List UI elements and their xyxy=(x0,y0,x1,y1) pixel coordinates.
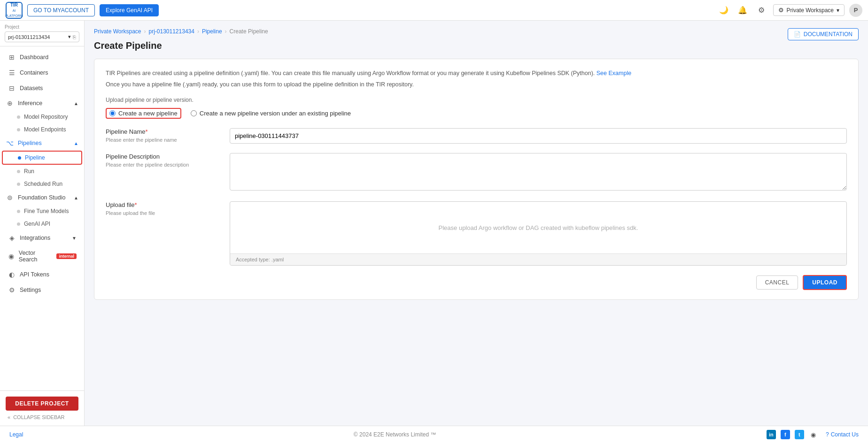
internal-badge: internal xyxy=(56,253,77,259)
pipeline-dot xyxy=(18,156,21,160)
radio-create-new-label[interactable]: Create a new pipeline xyxy=(106,108,181,119)
page-footer: Legal © 2024 E2E Networks Limited ™ in f… xyxy=(0,426,868,443)
cancel-button[interactable]: CANCEL xyxy=(756,275,798,290)
workspace-chevron-icon: ▾ xyxy=(837,7,839,14)
upload-accepted-text: Accepted type: .yaml xyxy=(230,253,846,265)
sidebar-item-fine-tune-models[interactable]: Fine Tune Models xyxy=(2,205,82,217)
logo: TIRAI PLATFORM xyxy=(6,2,23,19)
pipeline-name-label-area: Pipeline Name* Please enter the pipeline… xyxy=(106,128,218,143)
collapse-sidebar-button[interactable]: « COLLAPSE SIDEBAR xyxy=(6,411,78,420)
upload-file-row: Upload file* Please upload the file Plea… xyxy=(106,201,847,266)
sidebar-item-datasets[interactable]: ⊟ Datasets xyxy=(2,81,82,96)
logo-text: TIRAI PLATFORM xyxy=(5,2,23,18)
twitter-icon[interactable]: t xyxy=(795,430,804,439)
sidebar-item-model-endpoints[interactable]: Model Endpoints xyxy=(2,123,82,136)
genai-dot xyxy=(17,222,20,226)
pipeline-desc-input-area xyxy=(230,153,847,192)
documentation-button[interactable]: 📄 DOCUMENTATION xyxy=(788,28,859,40)
copy-icon[interactable]: ⎘ xyxy=(73,34,76,40)
foundation-studio-icon: ⊚ xyxy=(6,194,14,201)
radio-existing-label[interactable]: Create a new pipeline version under an e… xyxy=(191,110,351,117)
inference-arrow-icon: ▲ xyxy=(74,101,78,106)
breadcrumb-workspace[interactable]: Private Workspace xyxy=(94,28,141,35)
workspace-dropdown[interactable]: ⚙ Private Workspace ▾ xyxy=(773,4,845,16)
rss-icon[interactable]: ◉ xyxy=(809,430,818,439)
legal-link[interactable]: Legal xyxy=(9,431,23,438)
sidebar-footer: DELETE PROJECT « COLLAPSE SIDEBAR xyxy=(0,390,84,426)
project-dropdown-icon: ▾ xyxy=(68,34,71,40)
sidebar-item-api-tokens[interactable]: ◐ API Tokens xyxy=(2,267,82,282)
contact-link[interactable]: ? Contact Us xyxy=(826,431,859,438)
model-endpoints-dot xyxy=(17,128,20,131)
collapse-icon: « xyxy=(8,414,10,420)
settings-icon-button[interactable]: ⚙ xyxy=(754,3,768,17)
sidebar-item-vector-search[interactable]: ◉ Vector Search internal xyxy=(2,246,82,267)
radio-existing-text: Create a new pipeline version under an e… xyxy=(200,110,351,117)
sidebar-item-scheduled-run[interactable]: Scheduled Run xyxy=(2,178,82,190)
breadcrumb-project[interactable]: prj-013011213434 xyxy=(148,28,194,35)
pipeline-name-sublabel: Please enter the pipeline name xyxy=(106,137,218,143)
sidebar-item-integrations[interactable]: ◈ Integrations ▼ xyxy=(2,230,82,245)
workspace-label: Private Workspace xyxy=(787,7,834,14)
delete-project-button[interactable]: DELETE PROJECT xyxy=(6,397,78,411)
upload-file-sublabel: Please upload the file xyxy=(106,210,218,216)
pipeline-desc-label: Pipeline Description xyxy=(106,153,218,160)
breadcrumb-sep3: › xyxy=(225,28,227,35)
pipeline-name-row: Pipeline Name* Please enter the pipeline… xyxy=(106,128,847,144)
sidebar-item-settings[interactable]: ⚙ Settings xyxy=(2,283,82,298)
fine-tune-dot xyxy=(17,210,20,213)
run-dot xyxy=(17,170,20,173)
dashboard-icon: ⊞ xyxy=(8,53,16,61)
footer-social-icons: in f t ◉ xyxy=(767,430,818,439)
foundation-studio-label: Foundation Studio xyxy=(18,194,65,201)
see-example-link[interactable]: See Example xyxy=(597,70,631,76)
explore-api-button[interactable]: Explore GenAI API xyxy=(100,4,159,16)
api-tokens-icon: ◐ xyxy=(8,271,16,278)
upload-file-label-area: Upload file* Please upload the file xyxy=(106,201,218,216)
doc-label: DOCUMENTATION xyxy=(804,31,852,38)
linkedin-icon[interactable]: in xyxy=(767,430,776,439)
required-star: * xyxy=(146,128,148,135)
sidebar-item-foundation-studio[interactable]: ⊚ Foundation Studio ▲ xyxy=(0,191,84,205)
upload-button[interactable]: UPLOAD xyxy=(803,275,847,290)
upload-drop-zone[interactable]: Please upload Argo workflow or DAG creat… xyxy=(230,202,846,253)
scheduled-run-dot xyxy=(17,183,20,186)
radio-existing-input[interactable] xyxy=(191,110,197,116)
form-actions: CANCEL UPLOAD xyxy=(106,275,847,290)
sidebar-item-pipeline[interactable]: Pipeline xyxy=(2,151,82,165)
sidebar-item-pipelines[interactable]: ⌥ Pipelines ▲ xyxy=(0,136,84,150)
form-card: TIR Pipelines are created using a pipeli… xyxy=(94,59,859,300)
sidebar-item-containers[interactable]: ☰ Containers xyxy=(2,65,82,80)
settings-icon: ⚙ xyxy=(8,286,16,294)
sidebar-item-dashboard[interactable]: ⊞ Dashboard xyxy=(2,50,82,65)
user-avatar[interactable]: P xyxy=(849,4,862,17)
sidebar-item-genai-api[interactable]: GenAI API xyxy=(2,218,82,230)
vector-search-label: Vector Search xyxy=(19,250,51,263)
main-layout: Project prj-013011213434 ▾ ⎘ ⊞ Dashboard… xyxy=(0,21,868,426)
notifications-button[interactable]: 🔔 xyxy=(736,3,750,17)
sidebar-item-label: Containers xyxy=(20,69,48,76)
pipeline-desc-textarea[interactable] xyxy=(230,153,847,191)
sidebar-item-run[interactable]: Run xyxy=(2,165,82,177)
logo-box: TIRAI PLATFORM xyxy=(6,2,23,19)
pipeline-desc-label-area: Pipeline Description Please enter the pi… xyxy=(106,153,218,168)
breadcrumb-pipeline[interactable]: Pipeline xyxy=(202,28,222,35)
upload-area-wrapper: Please upload Argo workflow or DAG creat… xyxy=(230,201,847,266)
go-to-account-button[interactable]: GO TO MYACCOUNT xyxy=(27,4,95,16)
radio-group: Create a new pipeline Create a new pipel… xyxy=(106,108,847,119)
facebook-icon[interactable]: f xyxy=(781,430,790,439)
breadcrumb-current: Create Pipeline xyxy=(230,28,268,35)
doc-icon: 📄 xyxy=(794,31,801,38)
info-text-2: Once you have a pipeline file (.yaml) re… xyxy=(106,80,847,89)
radio-create-new-text: Create a new pipeline xyxy=(118,110,178,117)
sidebar-item-inference[interactable]: ⊕ Inference ▲ xyxy=(0,96,84,110)
info-text-content: TIR Pipelines are created using a pipeli… xyxy=(106,70,595,76)
radio-create-new-input[interactable] xyxy=(109,110,116,116)
fine-tune-label: Fine Tune Models xyxy=(24,208,69,214)
dark-mode-button[interactable]: 🌙 xyxy=(717,3,731,17)
project-selector[interactable]: prj-013011213434 ▾ ⎘ xyxy=(5,31,79,42)
page-header: Private Workspace › prj-013011213434 › P… xyxy=(94,28,859,59)
sidebar-item-model-repository[interactable]: Model Repository xyxy=(2,111,82,123)
pipeline-name-input[interactable] xyxy=(230,128,847,144)
upload-required-star: * xyxy=(134,201,137,208)
